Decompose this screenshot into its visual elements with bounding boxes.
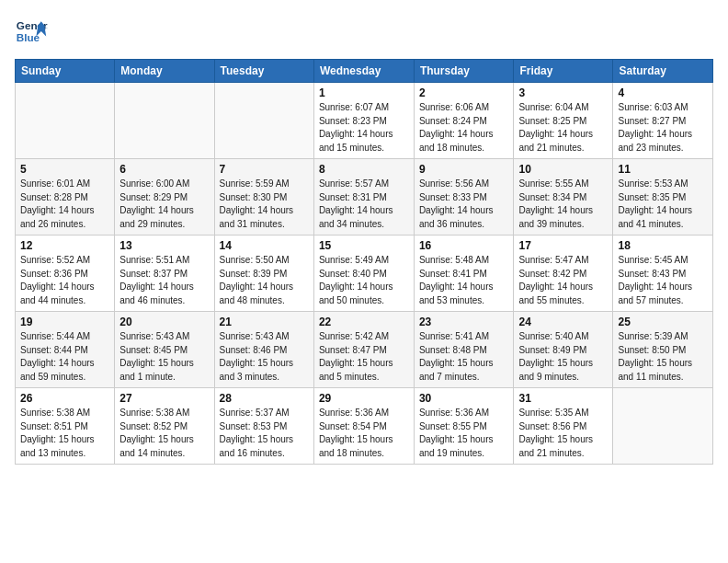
day-number: 5 [20, 163, 109, 176]
day-number: 7 [220, 163, 309, 176]
day-number: 30 [419, 392, 509, 405]
day-number: 31 [518, 392, 608, 405]
day-number: 8 [319, 163, 409, 176]
day-info: Sunrise: 5:59 AMSunset: 8:30 PMDaylight:… [220, 178, 309, 231]
day-number: 26 [20, 392, 109, 405]
day-header-sunday: Sunday [16, 60, 115, 83]
day-header-monday: Monday [115, 60, 214, 83]
calendar-cell: 9Sunrise: 5:56 AMSunset: 8:33 PMDaylight… [414, 159, 514, 236]
calendar-cell: 12Sunrise: 5:52 AMSunset: 8:36 PMDayligh… [16, 236, 115, 312]
week-row-5: 26Sunrise: 5:38 AMSunset: 8:51 PMDayligh… [16, 388, 713, 465]
day-number: 12 [20, 239, 109, 252]
day-info: Sunrise: 5:38 AMSunset: 8:52 PMDaylight:… [119, 407, 209, 460]
day-number: 6 [119, 163, 209, 176]
day-number: 15 [319, 239, 409, 252]
day-info: Sunrise: 5:47 AMSunset: 8:42 PMDaylight:… [518, 254, 608, 307]
day-number: 3 [518, 86, 608, 99]
calendar-cell: 20Sunrise: 5:43 AMSunset: 8:45 PMDayligh… [115, 312, 214, 388]
calendar-cell: 6Sunrise: 6:00 AMSunset: 8:29 PMDaylight… [115, 159, 214, 236]
week-row-3: 12Sunrise: 5:52 AMSunset: 8:36 PMDayligh… [16, 236, 713, 312]
day-header-saturday: Saturday [613, 60, 713, 83]
calendar-cell: 4Sunrise: 6:03 AMSunset: 8:27 PMDaylight… [613, 83, 713, 159]
calendar-cell: 22Sunrise: 5:42 AMSunset: 8:47 PMDayligh… [313, 312, 414, 388]
day-number: 24 [518, 316, 608, 328]
calendar-cell: 17Sunrise: 5:47 AMSunset: 8:42 PMDayligh… [514, 236, 613, 312]
day-number: 19 [20, 316, 109, 328]
day-info: Sunrise: 5:48 AMSunset: 8:41 PMDaylight:… [419, 254, 509, 307]
calendar-cell: 1Sunrise: 6:07 AMSunset: 8:23 PMDaylight… [313, 83, 414, 159]
calendar-cell [613, 388, 713, 465]
day-number: 16 [419, 239, 509, 252]
calendar-cell: 18Sunrise: 5:45 AMSunset: 8:43 PMDayligh… [613, 236, 713, 312]
day-info: Sunrise: 5:43 AMSunset: 8:45 PMDaylight:… [119, 330, 209, 384]
day-header-wednesday: Wednesday [313, 60, 414, 83]
day-info: Sunrise: 5:38 AMSunset: 8:51 PMDaylight:… [20, 407, 109, 460]
day-info: Sunrise: 5:44 AMSunset: 8:44 PMDaylight:… [20, 330, 109, 384]
calendar-header: SundayMondayTuesdayWednesdayThursdayFrid… [16, 60, 713, 83]
day-number: 23 [419, 316, 509, 328]
calendar-cell: 21Sunrise: 5:43 AMSunset: 8:46 PMDayligh… [214, 312, 313, 388]
calendar-cell: 13Sunrise: 5:51 AMSunset: 8:37 PMDayligh… [115, 236, 214, 312]
calendar-cell: 3Sunrise: 6:04 AMSunset: 8:25 PMDaylight… [514, 83, 613, 159]
calendar-cell: 27Sunrise: 5:38 AMSunset: 8:52 PMDayligh… [115, 388, 214, 465]
day-info: Sunrise: 5:55 AMSunset: 8:34 PMDaylight:… [518, 178, 608, 231]
calendar-cell [16, 83, 115, 159]
day-info: Sunrise: 5:42 AMSunset: 8:47 PMDaylight:… [319, 330, 409, 384]
calendar-cell: 8Sunrise: 5:57 AMSunset: 8:31 PMDaylight… [313, 159, 414, 236]
calendar-cell: 30Sunrise: 5:36 AMSunset: 8:55 PMDayligh… [414, 388, 514, 465]
calendar-cell: 10Sunrise: 5:55 AMSunset: 8:34 PMDayligh… [514, 159, 613, 236]
day-number: 10 [518, 163, 608, 176]
svg-text:Blue: Blue [17, 31, 40, 43]
day-info: Sunrise: 5:56 AMSunset: 8:33 PMDaylight:… [419, 178, 509, 231]
day-info: Sunrise: 5:45 AMSunset: 8:43 PMDaylight:… [618, 254, 708, 307]
calendar-cell: 19Sunrise: 5:44 AMSunset: 8:44 PMDayligh… [16, 312, 115, 388]
calendar-cell: 28Sunrise: 5:37 AMSunset: 8:53 PMDayligh… [214, 388, 313, 465]
day-info: Sunrise: 6:00 AMSunset: 8:29 PMDaylight:… [119, 178, 209, 231]
calendar-cell: 2Sunrise: 6:06 AMSunset: 8:24 PMDaylight… [414, 83, 514, 159]
week-row-4: 19Sunrise: 5:44 AMSunset: 8:44 PMDayligh… [16, 312, 713, 388]
day-info: Sunrise: 5:41 AMSunset: 8:48 PMDaylight:… [419, 330, 509, 384]
day-number: 21 [220, 316, 309, 328]
day-info: Sunrise: 5:37 AMSunset: 8:53 PMDaylight:… [220, 407, 309, 460]
logo-icon: General Blue [15, 15, 48, 48]
calendar-cell [115, 83, 214, 159]
calendar-cell: 7Sunrise: 5:59 AMSunset: 8:30 PMDaylight… [214, 159, 313, 236]
day-number: 29 [319, 392, 409, 405]
day-number: 27 [119, 392, 209, 405]
day-number: 13 [119, 239, 209, 252]
day-number: 4 [618, 86, 708, 99]
day-info: Sunrise: 5:39 AMSunset: 8:50 PMDaylight:… [618, 330, 708, 384]
day-info: Sunrise: 5:51 AMSunset: 8:37 PMDaylight:… [119, 254, 209, 307]
logo: General Blue [15, 15, 48, 48]
day-info: Sunrise: 6:01 AMSunset: 8:28 PMDaylight:… [20, 178, 109, 231]
day-number: 20 [119, 316, 209, 328]
calendar-cell: 26Sunrise: 5:38 AMSunset: 8:51 PMDayligh… [16, 388, 115, 465]
day-header-thursday: Thursday [414, 60, 514, 83]
week-row-1: 1Sunrise: 6:07 AMSunset: 8:23 PMDaylight… [16, 83, 713, 159]
day-number: 17 [518, 239, 608, 252]
day-info: Sunrise: 6:04 AMSunset: 8:25 PMDaylight:… [518, 101, 608, 155]
day-number: 1 [319, 86, 409, 99]
calendar-cell: 16Sunrise: 5:48 AMSunset: 8:41 PMDayligh… [414, 236, 514, 312]
day-info: Sunrise: 5:50 AMSunset: 8:39 PMDaylight:… [220, 254, 309, 307]
day-info: Sunrise: 6:03 AMSunset: 8:27 PMDaylight:… [618, 101, 708, 155]
calendar-cell: 14Sunrise: 5:50 AMSunset: 8:39 PMDayligh… [214, 236, 313, 312]
day-number: 18 [618, 239, 708, 252]
day-header-tuesday: Tuesday [214, 60, 313, 83]
day-info: Sunrise: 5:43 AMSunset: 8:46 PMDaylight:… [220, 330, 309, 384]
day-info: Sunrise: 6:07 AMSunset: 8:23 PMDaylight:… [319, 101, 409, 155]
page-header: General Blue [15, 15, 713, 48]
day-number: 25 [618, 316, 708, 328]
calendar-cell: 11Sunrise: 5:53 AMSunset: 8:35 PMDayligh… [613, 159, 713, 236]
day-info: Sunrise: 5:35 AMSunset: 8:56 PMDaylight:… [518, 407, 608, 460]
calendar-table: SundayMondayTuesdayWednesdayThursdayFrid… [15, 59, 713, 465]
day-info: Sunrise: 5:36 AMSunset: 8:54 PMDaylight:… [319, 407, 409, 460]
day-info: Sunrise: 6:06 AMSunset: 8:24 PMDaylight:… [419, 101, 509, 155]
week-row-2: 5Sunrise: 6:01 AMSunset: 8:28 PMDaylight… [16, 159, 713, 236]
calendar-cell: 29Sunrise: 5:36 AMSunset: 8:54 PMDayligh… [313, 388, 414, 465]
calendar-cell: 15Sunrise: 5:49 AMSunset: 8:40 PMDayligh… [313, 236, 414, 312]
days-of-week-row: SundayMondayTuesdayWednesdayThursdayFrid… [16, 60, 713, 83]
day-number: 11 [618, 163, 708, 176]
day-number: 2 [419, 86, 509, 99]
day-number: 28 [220, 392, 309, 405]
